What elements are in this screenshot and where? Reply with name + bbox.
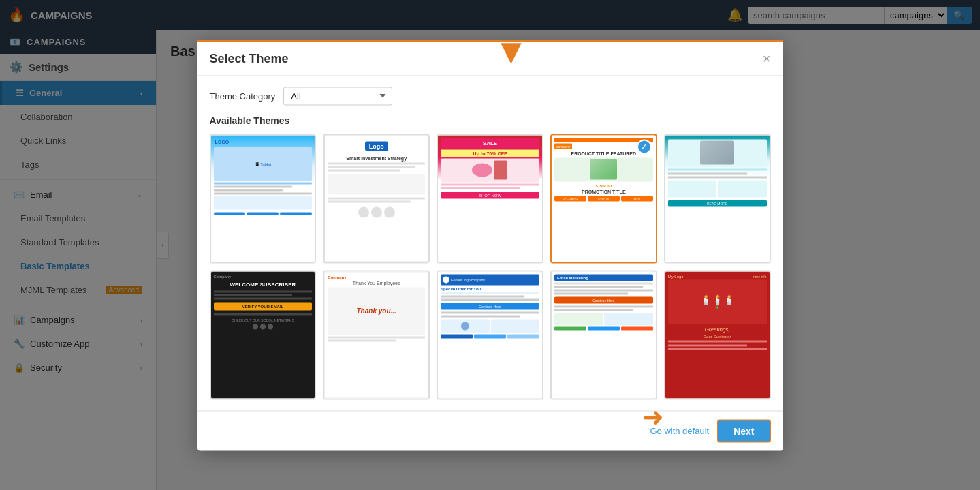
- select-theme-modal: ▼ Select Theme × Theme Category All Busi…: [197, 40, 783, 450]
- theme-category-row: Theme Category All Business Holiday Welc…: [210, 87, 771, 105]
- theme-card-4[interactable]: company PRODUCT TITLE FEATURED $ 349.00 …: [550, 134, 657, 263]
- theme-card-10[interactable]: My Logo more info 🕯️🕯️🕯️ 🎄 Greetings, De…: [664, 270, 771, 399]
- theme-category-select[interactable]: All Business Holiday Welcome: [283, 87, 392, 105]
- theme-card-8[interactable]: Generic logo company Special Offer for Y…: [437, 270, 543, 399]
- theme-category-label: Theme Category: [210, 91, 276, 101]
- modal-footer: ➜ Go with default Next: [197, 410, 783, 450]
- theme-card-2[interactable]: Logo Smart Investment Strategy: [323, 134, 430, 263]
- modal-header: Select Theme ×: [197, 40, 783, 76]
- modal-body: Theme Category All Business Holiday Welc…: [197, 76, 783, 410]
- theme-card-3[interactable]: SALE Up to 70% OFF SHOP NOW: [437, 134, 543, 263]
- available-themes-label: Available Themes: [210, 114, 771, 125]
- theme-card-9[interactable]: Email Marketing Continue Here: [550, 270, 657, 399]
- theme-card-6[interactable]: Company WELCOME SUBSCRIBER VERIFY YOUR E…: [210, 270, 317, 399]
- theme-card-5[interactable]: READ MORE: [664, 134, 771, 263]
- theme-card-1[interactable]: LOGO 📱 Tablet: [210, 134, 317, 263]
- modal-close-button[interactable]: ×: [763, 52, 771, 65]
- go-with-default-link[interactable]: Go with default: [650, 426, 709, 436]
- next-button[interactable]: Next: [717, 419, 770, 442]
- themes-grid: LOGO 📱 Tablet: [210, 134, 771, 399]
- theme-card-7[interactable]: Company Thank You Employees Thank you...: [323, 270, 430, 399]
- modal-title: Select Theme: [210, 51, 289, 65]
